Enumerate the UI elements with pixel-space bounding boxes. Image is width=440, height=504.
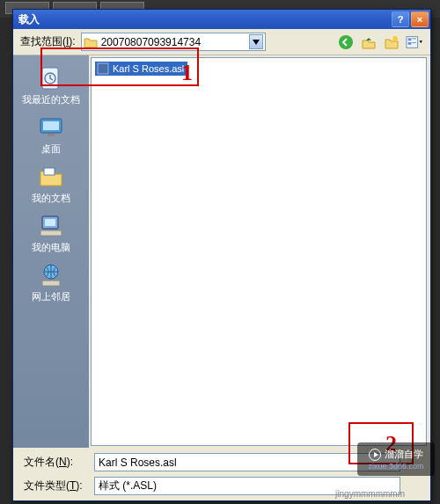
place-mycomputer[interactable]: 我的电脑 <box>17 208 85 256</box>
view-menu-button[interactable] <box>406 33 423 51</box>
new-folder-button[interactable] <box>383 33 400 51</box>
toolbar: 查找范围(I): 20070807093914734 <box>13 29 430 55</box>
up-one-level-button[interactable] <box>360 33 378 51</box>
svg-rect-14 <box>45 219 55 226</box>
svg-rect-17 <box>42 281 60 286</box>
lookin-label: 查找范围(I): <box>20 34 76 49</box>
network-icon <box>37 261 65 289</box>
place-recent[interactable]: 我最近的文档 <box>17 61 85 108</box>
help-button[interactable]: ? <box>392 11 409 27</box>
file-item-selected[interactable]: Karl S Roses.asl <box>95 62 187 76</box>
svg-rect-4 <box>408 42 412 45</box>
place-desktop[interactable]: 桌面 <box>17 110 85 157</box>
close-button[interactable]: × <box>411 11 429 27</box>
svg-rect-11 <box>48 134 55 136</box>
svg-rect-15 <box>40 230 62 236</box>
file-item-name: Karl S Roses.asl <box>113 63 184 74</box>
dialog-body: 我最近的文档 桌面 我的文档 我的电脑 <box>13 55 430 448</box>
mydocs-icon <box>37 163 65 191</box>
places-bar: 我最近的文档 桌面 我的文档 我的电脑 <box>13 55 89 448</box>
lookin-dropdown[interactable]: 20070807093914734 <box>81 33 266 51</box>
back-button[interactable] <box>337 33 355 51</box>
place-label: 桌面 <box>41 143 61 154</box>
place-mydocs[interactable]: 我的文档 <box>17 159 85 207</box>
svg-rect-12 <box>44 168 55 175</box>
filename-label: 文件名(N): <box>24 455 87 470</box>
file-list[interactable]: Karl S Roses.asl <box>91 57 427 446</box>
open-dialog: 载入 ? × 查找范围(I): 20070807093914734 <box>12 9 431 501</box>
place-label: 我的电脑 <box>32 242 70 252</box>
filename-input[interactable]: Karl S Roses.asl <box>94 453 400 471</box>
mycomputer-icon <box>37 212 65 240</box>
titlebar[interactable]: 载入 ? × <box>13 10 430 29</box>
dialog-title: 载入 <box>18 12 390 27</box>
toolbar-nav <box>337 33 423 51</box>
recent-docs-icon <box>37 64 65 92</box>
place-network[interactable]: 网上邻居 <box>17 258 85 305</box>
folder-icon <box>84 36 98 48</box>
svg-point-1 <box>392 36 398 41</box>
place-label: 我最近的文档 <box>22 94 80 105</box>
footer-text: jingymmmmmmm <box>335 489 405 499</box>
filetype-label: 文件类型(T): <box>24 478 87 493</box>
asl-file-icon <box>97 62 109 75</box>
place-label: 我的文档 <box>32 193 70 203</box>
svg-rect-5 <box>412 38 416 39</box>
lookin-folder-name: 20070807093914734 <box>101 36 249 48</box>
svg-rect-3 <box>408 38 412 40</box>
chevron-down-icon[interactable] <box>249 34 263 49</box>
filetype-value: 样式 (*.ASL) <box>99 478 157 493</box>
svg-rect-10 <box>43 121 59 130</box>
svg-rect-6 <box>412 42 416 43</box>
desktop-icon <box>37 113 65 142</box>
place-label: 网上邻居 <box>32 291 70 302</box>
svg-rect-18 <box>98 63 108 74</box>
filename-value: Karl S Roses.asl <box>99 457 177 469</box>
filename-row: 文件名(N): Karl S Roses.asl <box>24 453 425 471</box>
svg-point-0 <box>339 35 353 49</box>
